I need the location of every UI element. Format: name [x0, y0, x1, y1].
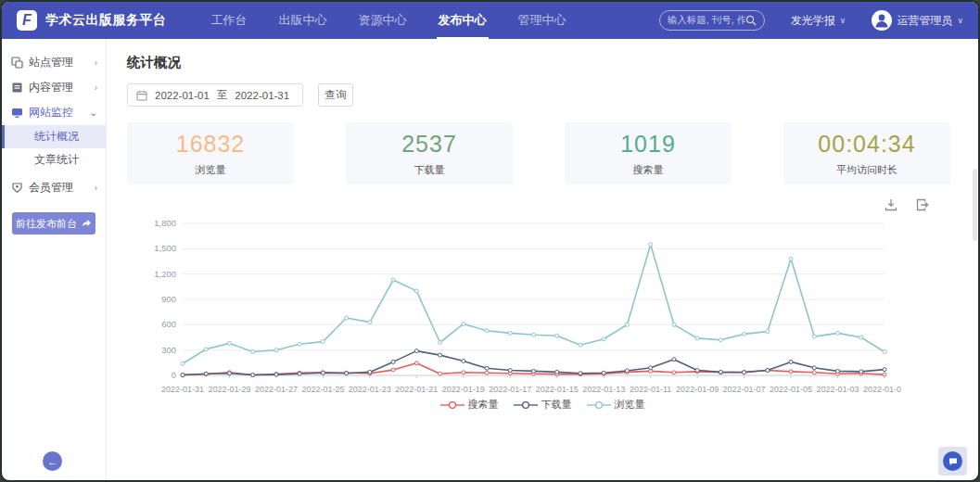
- svg-text:2022-01-17: 2022-01-17: [489, 385, 531, 394]
- nav-item-release-center[interactable]: 发布中心: [437, 2, 489, 39]
- svg-text:2022-01-11: 2022-01-11: [630, 385, 671, 394]
- calendar-icon: [136, 90, 147, 101]
- collapse-sidebar-button[interactable]: ←: [43, 451, 62, 471]
- legend-marker-icon: [514, 400, 538, 410]
- sidebar-item-content-management[interactable]: 内容管理 ›: [2, 75, 106, 100]
- app-window: F 学术云出版服务平台 工作台 出版中心 资源中心 发布中心 管理中心 输入标题…: [0, 0, 980, 482]
- date-end-value[interactable]: 2022-01-31: [235, 90, 289, 101]
- svg-text:2022-01-19: 2022-01-19: [442, 385, 485, 394]
- sidebar-item-label: 站点管理: [29, 55, 73, 70]
- sidebar-item-site-monitoring[interactable]: 网站监控 ⌄: [2, 100, 106, 125]
- svg-text:2022-01-15: 2022-01-15: [536, 385, 579, 394]
- content-icon: [10, 82, 23, 95]
- nav-item-admin-center[interactable]: 管理中心: [516, 2, 568, 39]
- svg-text:2022-01-25: 2022-01-25: [301, 385, 344, 394]
- go-to-frontend-button[interactable]: 前往发布前台: [12, 212, 95, 235]
- member-icon: [10, 182, 23, 195]
- svg-text:300: 300: [161, 345, 176, 355]
- forward-arrow-icon: [82, 219, 92, 228]
- top-navbar: F 学术云出版服务平台 工作台 出版中心 资源中心 发布中心 管理中心 输入标题…: [2, 2, 978, 39]
- stat-label: 浏览量: [196, 163, 226, 177]
- chevron-right-icon: ›: [95, 183, 97, 193]
- app-title: 学术云出版服务平台: [45, 12, 167, 29]
- svg-text:2022-01-21: 2022-01-21: [395, 385, 438, 394]
- svg-text:1,800: 1,800: [154, 218, 176, 228]
- main-content: 统计概况 2022-01-01 至 2022-01-31 查询 16832 浏览…: [107, 39, 978, 480]
- search-placeholder: 输入标题, 刊号, 作者: [668, 14, 745, 27]
- chevron-right-icon: ›: [95, 82, 97, 93]
- filter-row: 2022-01-01 至 2022-01-31 查询: [127, 83, 958, 107]
- svg-text:600: 600: [161, 319, 176, 329]
- chart-toolbar: [127, 197, 930, 212]
- svg-text:2022-01-03: 2022-01-03: [817, 385, 859, 394]
- svg-text:1,200: 1,200: [154, 269, 176, 279]
- stat-value: 1019: [620, 131, 676, 158]
- primary-nav: 工作台 出版中心 资源中心 发布中心 管理中心: [210, 2, 568, 39]
- export-icon[interactable]: [915, 197, 930, 212]
- user-name: 运营管理员: [897, 13, 952, 29]
- chat-bubble-icon: [943, 451, 962, 471]
- page-title: 统计概况: [127, 54, 958, 71]
- scrollbar[interactable]: [973, 169, 977, 241]
- legend-label: 搜索量: [468, 398, 499, 412]
- help-widget-button[interactable]: [938, 447, 967, 476]
- search-input[interactable]: 输入标题, 刊号, 作者: [659, 10, 765, 31]
- svg-text:2022-01-31: 2022-01-31: [161, 385, 204, 394]
- legend-item[interactable]: 下载量: [514, 398, 572, 412]
- svg-text:2022-01-23: 2022-01-23: [349, 385, 391, 394]
- chart-canvas[interactable]: 03006009001,2001,5001,8002022-01-312022-…: [127, 214, 958, 398]
- nav-item-publishing-center[interactable]: 出版中心: [277, 2, 329, 39]
- stat-label: 下载量: [414, 163, 445, 177]
- svg-text:2022-01-13: 2022-01-13: [582, 385, 625, 394]
- sidebar-item-member-management[interactable]: 会员管理 ›: [2, 175, 106, 200]
- nav-item-workbench[interactable]: 工作台: [210, 2, 249, 39]
- stat-card-searches: 1019 搜索量: [565, 122, 732, 184]
- user-menu[interactable]: 运营管理员 ∨: [872, 10, 963, 31]
- stat-value: 16832: [176, 131, 246, 158]
- svg-text:2022-01-27: 2022-01-27: [255, 385, 298, 394]
- legend-marker-icon: [587, 400, 611, 410]
- sidebar-subitem-label: 文章统计: [34, 152, 79, 168]
- query-button[interactable]: 查询: [318, 83, 353, 107]
- chevron-down-icon: ⌄: [90, 108, 97, 118]
- stat-card-downloads: 2537 下载量: [346, 122, 513, 184]
- arrow-left-icon: ←: [47, 456, 57, 467]
- brand-logo-icon: F: [17, 10, 37, 31]
- sidebar-subitem-label: 统计概况: [34, 129, 79, 145]
- legend-label: 下载量: [541, 398, 572, 412]
- legend-marker-icon: [440, 400, 465, 410]
- stat-label: 平均访问时长: [836, 163, 897, 177]
- journal-select[interactable]: 发光学报 ∨: [791, 13, 846, 29]
- svg-text:2022-01-07: 2022-01-07: [723, 385, 766, 394]
- svg-text:2022-01-29: 2022-01-29: [208, 385, 250, 394]
- avatar: [872, 10, 892, 31]
- download-icon[interactable]: [884, 197, 898, 212]
- chevron-down-icon: ∨: [840, 16, 846, 25]
- chevron-right-icon: ›: [95, 57, 97, 68]
- go-to-frontend-label: 前往发布前台: [16, 217, 77, 231]
- svg-text:1,500: 1,500: [154, 243, 176, 253]
- nav-item-resource-center[interactable]: 资源中心: [357, 2, 409, 39]
- stat-card-pageviews: 16832 浏览量: [127, 122, 294, 184]
- date-range-picker[interactable]: 2022-01-01 至 2022-01-31: [127, 83, 303, 107]
- date-separator: 至: [217, 88, 228, 102]
- svg-text:2022-01-01: 2022-01-01: [863, 385, 901, 394]
- site-icon: [10, 57, 23, 70]
- sidebar-item-label: 会员管理: [29, 180, 73, 196]
- line-chart[interactable]: 03006009001,2001,5001,8002022-01-312022-…: [127, 214, 958, 412]
- sidebar-subitem-statistics-overview[interactable]: 统计概况: [2, 125, 106, 148]
- chart-legend: 搜索量下载量浏览量: [127, 398, 958, 412]
- search-icon: [745, 15, 757, 26]
- sidebar-subitem-article-statistics[interactable]: 文章统计: [2, 148, 106, 171]
- journal-select-label: 发光学报: [791, 13, 835, 29]
- legend-item[interactable]: 浏览量: [587, 398, 645, 412]
- svg-text:2022-01-05: 2022-01-05: [770, 385, 812, 394]
- sidebar-item-site-management[interactable]: 站点管理 ›: [2, 50, 106, 75]
- svg-text:900: 900: [161, 294, 176, 304]
- date-start-value[interactable]: 2022-01-01: [155, 90, 210, 101]
- stat-cards: 16832 浏览量 2537 下载量 1019 搜索量 00:04:34 平均访…: [127, 122, 958, 184]
- legend-item[interactable]: 搜索量: [440, 398, 499, 412]
- sidebar-item-label: 内容管理: [29, 80, 73, 95]
- legend-label: 浏览量: [615, 398, 645, 412]
- stat-label: 搜索量: [633, 163, 664, 177]
